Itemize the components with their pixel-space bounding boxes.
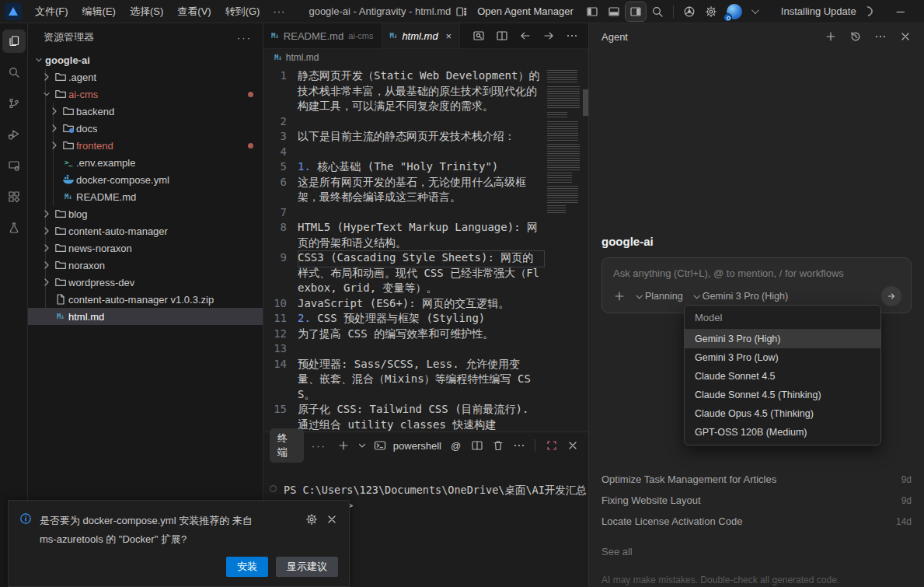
tree-item-google-ai[interactable]: google-ai: [28, 51, 263, 68]
chevron-down-icon[interactable]: [33, 54, 45, 66]
tree-item-ai-cms[interactable]: ai-cms: [28, 86, 263, 103]
activitybar-extensions-icon[interactable]: [2, 185, 26, 208]
chevron-down-icon[interactable]: [40, 88, 53, 100]
activitybar-remote-explorer-icon[interactable]: [2, 154, 26, 177]
tree-item-label: html.md: [68, 311, 104, 323]
model-option-claude-sonnet-4.5-thinking-[interactable]: Claude Sonnet 4.5 (Thinking): [685, 386, 880, 404]
tab-close-icon[interactable]: ×: [446, 30, 452, 42]
editor[interactable]: 1静态网页开发（Static Web Development）的技术栈非常丰富，…: [263, 66, 588, 432]
chevron-right-icon[interactable]: [48, 105, 61, 117]
terminal-tab-more-button[interactable]: ···: [312, 440, 326, 452]
send-button[interactable]: [881, 286, 901, 306]
mention-at-icon[interactable]: @: [447, 436, 465, 455]
chevron-right-icon[interactable]: [48, 139, 61, 152]
mode-dropdown[interactable]: Planning: [636, 291, 683, 302]
conversation-item[interactable]: Fixing Website Layout9d: [601, 490, 912, 511]
navigate-forward-icon[interactable]: [539, 26, 558, 45]
code-line-8: 8HTML5 (HyperText Markup Language): 网页的骨…: [263, 220, 545, 250]
tree-item-html.md[interactable]: M↓html.md: [28, 308, 263, 325]
model-option-claude-sonnet-4.5[interactable]: Claude Sonnet 4.5: [685, 367, 880, 386]
menu-item-3[interactable]: 查看(V): [170, 2, 218, 22]
activitybar-explorer-icon[interactable]: [2, 30, 26, 53]
line-text: [298, 205, 540, 221]
chevron-right-icon[interactable]: [40, 242, 53, 254]
minimap[interactable]: [545, 66, 588, 432]
split-editor-icon[interactable]: [493, 26, 511, 45]
install-button[interactable]: 安装: [226, 557, 268, 577]
toggle-panel-right-icon[interactable]: [626, 2, 646, 21]
terminal-profile-chevron-icon[interactable]: [356, 436, 368, 455]
model-option-gemini-3-pro-low-[interactable]: Gemini 3 Pro (Low): [685, 348, 880, 367]
close-panel-icon[interactable]: [563, 436, 581, 455]
split-terminal-icon[interactable]: [468, 436, 486, 455]
new-terminal-icon[interactable]: [335, 436, 353, 455]
open-agent-manager-button[interactable]: Open Agent Manager: [451, 2, 574, 21]
account-avatar[interactable]: [727, 4, 742, 19]
notification-settings-gear-icon[interactable]: [305, 513, 318, 526]
breadcrumb[interactable]: M↓ html.md: [263, 49, 588, 66]
activitybar-testing-icon[interactable]: [2, 216, 26, 239]
editor-more-icon[interactable]: [563, 26, 581, 45]
tree-item-frontend[interactable]: frontend: [28, 137, 263, 154]
minimize-button[interactable]: ─: [884, 0, 918, 23]
menu-overflow-button[interactable]: ···: [267, 2, 291, 20]
tree-item-docs[interactable]: docs: [28, 120, 263, 137]
toggle-search-icon[interactable]: [647, 2, 668, 21]
editor-scrollbar[interactable]: [583, 89, 588, 116]
model-option-gemini-3-pro-high-[interactable]: Gemini 3 Pro (High): [685, 330, 880, 348]
close-agent-panel-icon[interactable]: [895, 27, 915, 46]
tree-item-backend[interactable]: backend: [28, 103, 263, 120]
chevron-right-icon[interactable]: [48, 122, 61, 135]
chevron-right-icon[interactable]: [40, 225, 53, 237]
model-option-claude-opus-4.5-thinking-[interactable]: Claude Opus 4.5 (Thinking): [685, 404, 880, 423]
open-preview-icon[interactable]: [469, 26, 488, 45]
tab-html.md[interactable]: M↓html.md×: [382, 23, 461, 48]
explorer-more-button[interactable]: ···: [237, 32, 252, 44]
new-conversation-icon[interactable]: [821, 27, 841, 46]
tree-item-noraxon[interactable]: noraxon: [28, 257, 263, 274]
model-option-gpt-oss-120b-medium-[interactable]: GPT-OSS 120B (Medium): [685, 423, 880, 442]
account-chevron-down-icon[interactable]: [744, 2, 765, 21]
activitybar-search-icon[interactable]: [2, 61, 26, 84]
menu-item-0[interactable]: 文件(F): [28, 2, 75, 22]
menu-item-1[interactable]: 编辑(E): [75, 2, 123, 22]
history-icon[interactable]: [846, 27, 866, 46]
show-recommendations-button[interactable]: 显示建议: [276, 557, 338, 577]
tree-item-content-auto-manager[interactable]: content-auto-manager: [28, 222, 263, 239]
terminal-more-icon[interactable]: [510, 436, 528, 455]
see-all-link[interactable]: See all: [601, 546, 912, 557]
settings-gear-icon[interactable]: [701, 2, 721, 21]
maximize-panel-icon[interactable]: [542, 436, 560, 455]
powershell-icon[interactable]: [371, 436, 389, 455]
menu-item-4[interactable]: 转到(G): [218, 2, 267, 22]
terminal-tab[interactable]: 终端: [270, 428, 304, 463]
tree-item-content-auto-manager-v1.0.3.zip[interactable]: content-auto-manager v1.0.3.zip: [28, 291, 263, 308]
conversation-item[interactable]: Locate License Activation Code14d: [601, 511, 912, 532]
toggle-panel-bottom-icon[interactable]: [604, 2, 624, 21]
navigate-back-icon[interactable]: [516, 26, 535, 45]
tree-item-.env.example[interactable]: >_.env.example: [28, 154, 263, 171]
tree-item-wordpress-dev[interactable]: wordpress-dev: [28, 274, 263, 291]
chevron-right-icon[interactable]: [40, 208, 53, 220]
chevron-right-icon[interactable]: [40, 276, 53, 288]
maximize-button[interactable]: ☐: [918, 0, 924, 23]
notification-close-icon[interactable]: [326, 513, 338, 526]
tree-item-readme.md[interactable]: M↓README.md: [28, 188, 263, 205]
browser-icon[interactable]: [679, 2, 699, 21]
activitybar-run-debug-icon[interactable]: [2, 123, 26, 146]
tree-item-blog[interactable]: blog: [28, 205, 263, 222]
attach-plus-button[interactable]: [613, 290, 626, 302]
agent-more-icon[interactable]: [870, 27, 891, 46]
conversation-item[interactable]: Optimize Task Management for Articles9d: [601, 469, 912, 490]
tree-item-.agent[interactable]: .agent: [28, 68, 263, 86]
chevron-right-icon[interactable]: [40, 259, 53, 271]
model-dropdown[interactable]: Gemini 3 Pro (High): [694, 291, 788, 302]
activitybar-source-control-icon[interactable]: [2, 92, 26, 115]
chevron-right-icon[interactable]: [40, 71, 53, 83]
tab-readme.md[interactable]: M↓README.mdai-cms: [263, 23, 382, 48]
menu-item-2[interactable]: 选择(S): [123, 2, 170, 22]
tree-item-news-noraxon[interactable]: news-noraxon: [28, 239, 263, 257]
toggle-panel-left-icon[interactable]: [582, 2, 602, 21]
kill-terminal-icon[interactable]: [489, 436, 507, 455]
tree-item-docker-compose.yml[interactable]: docker-compose.yml: [28, 171, 263, 188]
